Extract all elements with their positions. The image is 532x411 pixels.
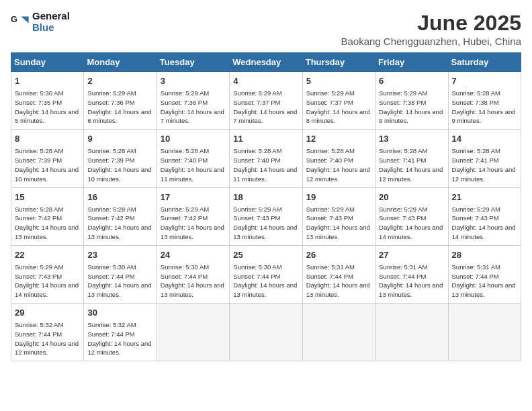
day-info: Sunrise: 5:28 AMSunset: 7:38 PMDaylight:… (452, 89, 517, 126)
calendar-cell: 13Sunrise: 5:28 AMSunset: 7:41 PMDayligh… (375, 130, 448, 187)
logo-icon: G (11, 13, 30, 32)
calendar-cell: 5Sunrise: 5:29 AMSunset: 7:37 PMDaylight… (302, 72, 375, 130)
day-info: Sunrise: 5:29 AMSunset: 7:37 PMDaylight:… (306, 89, 371, 126)
day-info: Sunrise: 5:28 AMSunset: 7:40 PMDaylight:… (306, 146, 371, 183)
day-info: Sunrise: 5:28 AMSunset: 7:39 PMDaylight:… (87, 146, 152, 183)
calendar-cell (302, 304, 375, 361)
day-number: 26 (306, 249, 371, 261)
day-info: Sunrise: 5:29 AMSunset: 7:43 PMDaylight:… (15, 263, 80, 300)
day-number: 23 (87, 249, 152, 261)
title-area: June 2025 Baokang Chengguanzhen, Hubei, … (341, 11, 521, 47)
day-number: 30 (87, 307, 152, 319)
calendar-cell (157, 304, 229, 361)
calendar-table: SundayMondayTuesdayWednesdayThursdayFrid… (11, 52, 521, 361)
day-info: Sunrise: 5:30 AMSunset: 7:44 PMDaylight:… (87, 263, 152, 300)
day-number: 11 (233, 133, 298, 145)
day-number: 8 (15, 133, 80, 145)
svg-marker-1 (21, 16, 28, 23)
calendar-cell: 20Sunrise: 5:29 AMSunset: 7:43 PMDayligh… (375, 187, 448, 245)
calendar-cell: 23Sunrise: 5:30 AMSunset: 7:44 PMDayligh… (84, 245, 157, 303)
calendar-cell: 30Sunrise: 5:32 AMSunset: 7:44 PMDayligh… (84, 304, 157, 361)
day-number: 22 (15, 249, 80, 261)
day-info: Sunrise: 5:28 AMSunset: 7:42 PMDaylight:… (15, 205, 80, 242)
calendar-cell: 19Sunrise: 5:29 AMSunset: 7:43 PMDayligh… (302, 187, 375, 245)
day-number: 24 (161, 249, 226, 261)
day-info: Sunrise: 5:29 AMSunset: 7:43 PMDaylight:… (379, 205, 444, 242)
calendar-cell: 27Sunrise: 5:31 AMSunset: 7:44 PMDayligh… (375, 245, 448, 303)
day-number: 13 (379, 133, 444, 145)
calendar-cell: 1Sunrise: 5:30 AMSunset: 7:35 PMDaylight… (11, 72, 84, 130)
day-info: Sunrise: 5:29 AMSunset: 7:43 PMDaylight:… (306, 205, 371, 242)
day-number: 21 (452, 191, 517, 203)
calendar-cell: 3Sunrise: 5:29 AMSunset: 7:36 PMDaylight… (157, 72, 229, 130)
day-info: Sunrise: 5:29 AMSunset: 7:37 PMDaylight:… (233, 89, 298, 126)
calendar-week-4: 22Sunrise: 5:29 AMSunset: 7:43 PMDayligh… (11, 245, 521, 303)
day-number: 5 (306, 75, 371, 87)
subtitle: Baokang Chengguanzhen, Hubei, China (341, 36, 521, 47)
calendar-cell: 10Sunrise: 5:28 AMSunset: 7:40 PMDayligh… (157, 130, 229, 187)
weekday-header-tuesday: Tuesday (157, 53, 229, 72)
calendar-cell (230, 304, 302, 361)
calendar-cell: 12Sunrise: 5:28 AMSunset: 7:40 PMDayligh… (302, 130, 375, 187)
day-number: 7 (452, 75, 517, 87)
logo-text: General Blue (32, 11, 70, 33)
day-number: 17 (161, 191, 226, 203)
calendar-week-5: 29Sunrise: 5:32 AMSunset: 7:44 PMDayligh… (11, 304, 521, 361)
calendar-cell: 6Sunrise: 5:29 AMSunset: 7:38 PMDaylight… (375, 72, 448, 130)
weekday-header-thursday: Thursday (302, 53, 375, 72)
day-number: 1 (15, 75, 80, 87)
day-info: Sunrise: 5:29 AMSunset: 7:36 PMDaylight:… (87, 89, 152, 126)
day-number: 4 (233, 75, 298, 87)
weekday-header-saturday: Saturday (448, 53, 521, 72)
day-info: Sunrise: 5:29 AMSunset: 7:42 PMDaylight:… (161, 205, 226, 242)
calendar-cell (375, 304, 448, 361)
calendar-week-3: 15Sunrise: 5:28 AMSunset: 7:42 PMDayligh… (11, 187, 521, 245)
weekday-header-sunday: Sunday (11, 53, 84, 72)
calendar-cell: 15Sunrise: 5:28 AMSunset: 7:42 PMDayligh… (11, 187, 84, 245)
calendar-cell: 24Sunrise: 5:30 AMSunset: 7:44 PMDayligh… (157, 245, 229, 303)
day-info: Sunrise: 5:31 AMSunset: 7:44 PMDaylight:… (452, 263, 517, 300)
day-info: Sunrise: 5:29 AMSunset: 7:36 PMDaylight:… (161, 89, 226, 126)
day-info: Sunrise: 5:30 AMSunset: 7:35 PMDaylight:… (15, 89, 80, 126)
calendar-week-1: 1Sunrise: 5:30 AMSunset: 7:35 PMDaylight… (11, 72, 521, 130)
day-number: 16 (87, 191, 152, 203)
day-info: Sunrise: 5:32 AMSunset: 7:44 PMDaylight:… (15, 320, 80, 357)
day-info: Sunrise: 5:28 AMSunset: 7:40 PMDaylight:… (233, 146, 298, 183)
calendar-cell: 29Sunrise: 5:32 AMSunset: 7:44 PMDayligh… (11, 304, 84, 361)
calendar-cell: 7Sunrise: 5:28 AMSunset: 7:38 PMDaylight… (448, 72, 521, 130)
weekday-header-friday: Friday (375, 53, 448, 72)
calendar-cell: 22Sunrise: 5:29 AMSunset: 7:43 PMDayligh… (11, 245, 84, 303)
day-number: 2 (87, 75, 152, 87)
svg-text:G: G (11, 15, 17, 24)
day-number: 20 (379, 191, 444, 203)
calendar-cell: 14Sunrise: 5:28 AMSunset: 7:41 PMDayligh… (448, 130, 521, 187)
calendar-cell: 25Sunrise: 5:30 AMSunset: 7:44 PMDayligh… (230, 245, 302, 303)
day-info: Sunrise: 5:28 AMSunset: 7:41 PMDaylight:… (379, 146, 444, 183)
day-number: 25 (233, 249, 298, 261)
day-number: 28 (452, 249, 517, 261)
logo: G General Blue (11, 11, 70, 33)
main-title: June 2025 (341, 11, 521, 36)
day-number: 27 (379, 249, 444, 261)
day-number: 10 (161, 133, 226, 145)
day-number: 3 (161, 75, 226, 87)
day-number: 12 (306, 133, 371, 145)
day-number: 19 (306, 191, 371, 203)
calendar-cell: 9Sunrise: 5:28 AMSunset: 7:39 PMDaylight… (84, 130, 157, 187)
day-info: Sunrise: 5:28 AMSunset: 7:40 PMDaylight:… (161, 146, 226, 183)
day-number: 6 (379, 75, 444, 87)
calendar-cell: 18Sunrise: 5:29 AMSunset: 7:43 PMDayligh… (230, 187, 302, 245)
day-number: 9 (87, 133, 152, 145)
day-number: 18 (233, 191, 298, 203)
day-info: Sunrise: 5:28 AMSunset: 7:42 PMDaylight:… (87, 205, 152, 242)
calendar-cell: 4Sunrise: 5:29 AMSunset: 7:37 PMDaylight… (230, 72, 302, 130)
weekday-header-wednesday: Wednesday (230, 53, 302, 72)
calendar-cell: 28Sunrise: 5:31 AMSunset: 7:44 PMDayligh… (448, 245, 521, 303)
day-info: Sunrise: 5:30 AMSunset: 7:44 PMDaylight:… (161, 263, 226, 300)
day-number: 29 (15, 307, 80, 319)
calendar-cell: 21Sunrise: 5:29 AMSunset: 7:43 PMDayligh… (448, 187, 521, 245)
calendar-week-2: 8Sunrise: 5:28 AMSunset: 7:39 PMDaylight… (11, 130, 521, 187)
day-number: 14 (452, 133, 517, 145)
calendar-cell: 8Sunrise: 5:28 AMSunset: 7:39 PMDaylight… (11, 130, 84, 187)
calendar-cell: 2Sunrise: 5:29 AMSunset: 7:36 PMDaylight… (84, 72, 157, 130)
